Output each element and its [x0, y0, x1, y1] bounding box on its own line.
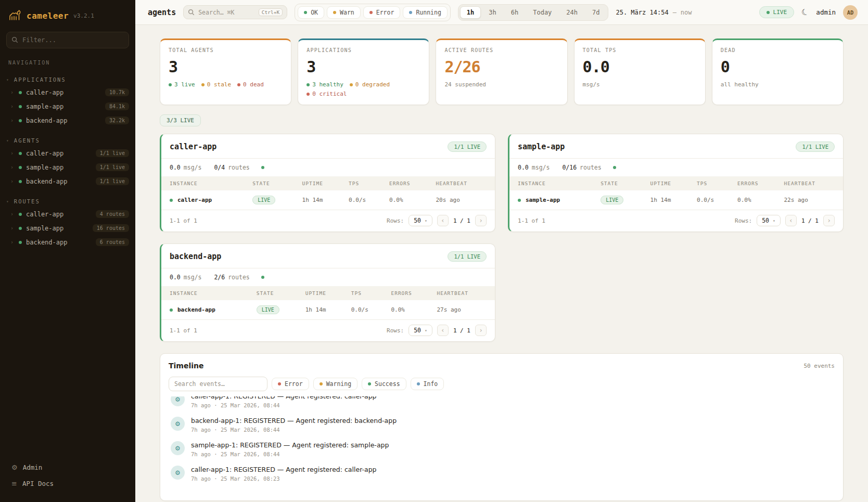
- column-header: UPTIME: [298, 176, 344, 190]
- timeline-event[interactable]: ⚙ caller-app-1: REGISTERED — Agent regis…: [169, 461, 835, 486]
- status-dot: [19, 152, 22, 155]
- app-card-backend-app: backend-app 1/1 LIVE 0.0 msg/s 2/6 route…: [160, 243, 495, 342]
- event-title: backend-app-1: REGISTERED — Agent regist…: [191, 417, 397, 424]
- next-page-button[interactable]: ›: [475, 215, 487, 226]
- sidebar-item-backend-app-routes[interactable]: › backend-app 6 routes: [0, 235, 135, 249]
- sidebar-item-sample-app-routes[interactable]: › sample-app 16 routes: [0, 221, 135, 235]
- column-header: INSTANCE: [161, 286, 252, 300]
- status-dot: [307, 93, 310, 96]
- row-range-label: 1-1 of 1: [170, 327, 197, 334]
- sidebar-section-header-applications[interactable]: ▾ APPLICATIONS: [0, 74, 135, 85]
- live-badge: 1/1 LIVE: [448, 141, 487, 152]
- sidebar-item-api-docs[interactable]: ≡ API Docs: [7, 475, 128, 492]
- timeline-search-input[interactable]: [169, 377, 267, 391]
- tps-cell: 0.0/s: [347, 300, 387, 320]
- sidebar-item-backend-app-agent[interactable]: › backend-app 1/1 live: [0, 174, 135, 188]
- stat-sub: 0 dead: [237, 81, 264, 88]
- next-page-button[interactable]: ›: [823, 215, 835, 226]
- sidebar-item-label: caller-app: [26, 211, 63, 218]
- prev-page-button[interactable]: ‹: [437, 325, 449, 336]
- filter-chip-ok[interactable]: OK: [298, 6, 324, 19]
- filter-chip-running[interactable]: Running: [403, 6, 447, 19]
- stat-sub-text: 3 healthy: [312, 81, 343, 88]
- timeline-filter-success[interactable]: Success: [362, 378, 406, 390]
- range-button-1h[interactable]: 1h: [460, 6, 481, 19]
- dark-mode-toggle[interactable]: ☾: [800, 6, 810, 18]
- sidebar-filter-input[interactable]: [6, 32, 129, 48]
- timeline-controls: Error Warning Success Info: [169, 377, 835, 391]
- caret-down-icon: ▾: [6, 138, 10, 143]
- timeline-event[interactable]: ⚙ sample-app-1: REGISTERED — Agent regis…: [169, 437, 835, 461]
- search-icon: [11, 36, 18, 43]
- sidebar-item-label: sample-app: [26, 103, 63, 110]
- instances-table: INSTANCE STATE UPTIME TPS ERRORS HEARTBE…: [509, 176, 843, 210]
- timeline-filter-warning[interactable]: Warning: [313, 378, 358, 390]
- range-button-7d[interactable]: 7d: [585, 6, 606, 19]
- prev-page-button[interactable]: ‹: [785, 215, 797, 226]
- timeline-event[interactable]: ⚙ caller-app-1: REGISTERED — Agent regis…: [169, 396, 835, 413]
- range-button-6h[interactable]: 6h: [504, 6, 525, 19]
- timeline-event-list[interactable]: ⚙ caller-app-1: REGISTERED — Agent regis…: [169, 396, 835, 500]
- filter-chip-error[interactable]: Error: [363, 6, 401, 19]
- sidebar-item-caller-app[interactable]: › caller-app 10.7k: [0, 85, 135, 99]
- sidebar-item-admin[interactable]: ⚙ Admin: [7, 459, 128, 475]
- sidebar-section-header-agents[interactable]: ▾ AGENTS: [0, 135, 135, 146]
- status-dot: [304, 11, 307, 14]
- sidebar-item-backend-app[interactable]: › backend-app 32.2k: [0, 113, 135, 127]
- instances-table: INSTANCE STATE UPTIME TPS ERRORS HEARTBE…: [161, 176, 495, 210]
- sidebar-item-caller-app-agent[interactable]: › caller-app 1/1 live: [0, 146, 135, 160]
- sidebar-item-caller-app-routes[interactable]: › caller-app 4 routes: [0, 207, 135, 221]
- routes-value: 2/6: [214, 274, 225, 281]
- sidebar-item-sample-app[interactable]: › sample-app 84.1k: [0, 99, 135, 113]
- chevron-down-icon: ▾: [773, 218, 775, 223]
- sidebar-section-title: APPLICATIONS: [14, 76, 66, 83]
- chevron-right-icon: ›: [10, 89, 15, 95]
- sidebar-item-sample-app-agent[interactable]: › sample-app 1/1 live: [0, 160, 135, 174]
- gear-icon: ⚙: [171, 396, 185, 406]
- range-button-3h[interactable]: 3h: [482, 6, 503, 19]
- app-card-stats: 0.0 msg/s 0/16 routes: [509, 159, 843, 176]
- app-name: cameleer: [27, 11, 69, 21]
- range-button-24h[interactable]: 24h: [559, 6, 584, 19]
- prev-page-button[interactable]: ‹: [437, 215, 449, 226]
- column-header: UPTIME: [301, 286, 347, 300]
- filter-chip-warn[interactable]: Warn: [327, 6, 361, 19]
- app-card-title[interactable]: backend-app: [170, 252, 221, 261]
- pagination: Rows: 50 ▾ ‹ 1 / 1 ›: [735, 215, 835, 226]
- timeline-filter-info[interactable]: Info: [411, 378, 444, 390]
- filter-chip-label: Warning: [326, 380, 351, 388]
- timeline-event[interactable]: ⚙ backend-app-1: REGISTERED — Agent regi…: [169, 413, 835, 437]
- status-dot: [237, 83, 240, 86]
- chevron-right-icon: ›: [10, 150, 15, 156]
- table-row[interactable]: sample-app LIVE 1h 14m 0.0/s 0.0% 22s ag…: [509, 190, 843, 210]
- filter-chip-label: Warn: [340, 9, 354, 16]
- sidebar-section-title: AGENTS: [14, 137, 40, 144]
- timeline-header: Timeline 50 events: [169, 362, 835, 370]
- timeline-filter-error[interactable]: Error: [272, 378, 309, 390]
- activity-dot: [261, 166, 264, 169]
- column-header: TPS: [693, 176, 733, 190]
- rows-per-page-select[interactable]: 50 ▾: [757, 215, 781, 226]
- stat-sub-text: msg/s: [583, 81, 600, 88]
- pagination: Rows: 50 ▾ ‹ 1 / 1 ›: [387, 325, 487, 336]
- app-card-header: sample-app 1/1 LIVE: [509, 134, 843, 159]
- sidebar-section-header-routes[interactable]: ▾ ROUTES: [0, 196, 135, 207]
- stat-sub: 3 healthy: [307, 81, 343, 88]
- app-card-stats: 0.0 msg/s 0/4 routes: [161, 159, 495, 176]
- sidebar-filter: [6, 32, 129, 48]
- search-input[interactable]: [198, 9, 255, 16]
- table-row[interactable]: caller-app LIVE 1h 14m 0.0/s 0.0% 20s ag…: [161, 190, 495, 210]
- app-card-title[interactable]: sample-app: [518, 142, 565, 151]
- status-dot: [201, 83, 205, 86]
- status-dot: [409, 11, 412, 14]
- sidebar-item-badge: 16 routes: [93, 224, 129, 232]
- table-row[interactable]: backend-app LIVE 1h 14m 0.0/s 0.0% 27s a…: [161, 300, 495, 320]
- rows-per-page-select[interactable]: 50 ▾: [409, 215, 432, 226]
- rows-per-page-select[interactable]: 50 ▾: [409, 325, 432, 336]
- event-body: caller-app-1: REGISTERED — Agent registe…: [191, 396, 377, 408]
- column-header: HEARTBEAT: [431, 176, 495, 190]
- range-button-today[interactable]: Today: [526, 6, 558, 19]
- app-card-title[interactable]: caller-app: [170, 142, 216, 151]
- next-page-button[interactable]: ›: [475, 325, 487, 336]
- avatar[interactable]: AD: [843, 5, 858, 20]
